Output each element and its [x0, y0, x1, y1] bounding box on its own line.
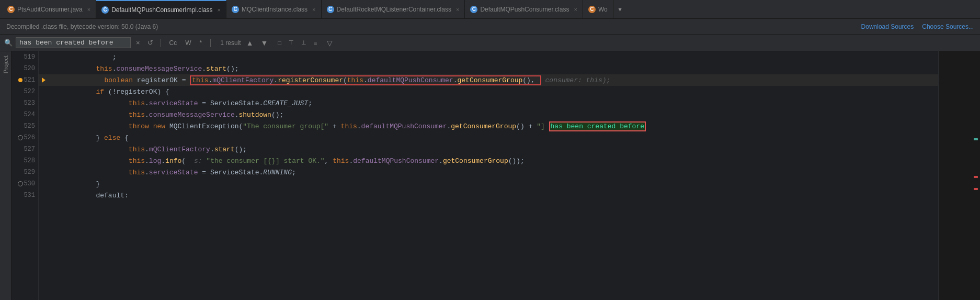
tab-label-mq-client: MQClientInstance.class [242, 6, 307, 13]
tab-close-default-push[interactable]: × [574, 6, 577, 13]
line-num-519: 519 [24, 53, 35, 61]
left-sidebar: Project [0, 51, 12, 300]
gutter-row-522: 522 [12, 86, 38, 97]
gutter-row-519: 519 [12, 51, 38, 63]
tab-mq-client[interactable]: C MQClientInstance.class × [226, 0, 321, 19]
code-content-527: this.mQClientFactory.start(); [43, 146, 247, 153]
search-align-button[interactable]: ≡ [311, 39, 320, 47]
search-result-highlight: has been created before [549, 121, 646, 131]
tab-close-rocket-listener[interactable]: × [456, 6, 459, 13]
search-options: Cc W * [166, 38, 206, 48]
info-bar-text: Decompiled .class file, bytecode version… [6, 23, 158, 30]
line-num-521: 521 [24, 76, 35, 84]
tab-rocket-listener[interactable]: C DefaultRocketMQListenerContainer.class… [322, 0, 465, 19]
info-bar-actions: Download Sources Choose Sources... [861, 23, 974, 30]
search-pin-button[interactable]: ⊤ [286, 38, 297, 47]
gutter-row-520: 520 [12, 63, 38, 74]
tab-overflow-button[interactable]: ▾ [613, 4, 627, 15]
search-option2-button[interactable]: ⊥ [299, 38, 309, 47]
tab-icon-pts-audit: C [7, 6, 15, 13]
line-num-528: 528 [24, 157, 35, 164]
gutter-row-525: 525 [12, 120, 38, 132]
download-sources-link[interactable]: Download Sources [861, 23, 914, 30]
code-line-530: } [39, 178, 938, 190]
tab-wo[interactable]: C Wo [583, 0, 613, 19]
tab-icon-rocket-listener: C [327, 6, 334, 13]
line-num-527: 527 [24, 146, 35, 153]
search-regex-button[interactable]: * [197, 38, 206, 48]
search-clear-button[interactable]: × [134, 38, 142, 48]
line-num-530: 530 [24, 180, 35, 187]
search-whole-word-button[interactable]: W [182, 38, 194, 48]
editor-area: Project 519 520 521 522 523 [0, 51, 980, 300]
code-content-520: this.consumeMessageService.start(); [43, 65, 239, 73]
search-bar: 🔍 × ↺ Cc W * 1 result ▲ ▼ □ ⊤ ⊥ ≡ ▽ [0, 35, 980, 51]
search-result-count: 1 result [220, 39, 241, 47]
code-line-520: this.consumeMessageService.start(); [39, 63, 938, 74]
line-num-522: 522 [24, 88, 35, 95]
search-refresh-button[interactable]: ↺ [145, 38, 155, 48]
bookmark-icon-526 [18, 135, 23, 140]
code-line-524: this.consumeMessageService.shutdown(); [39, 109, 938, 120]
tab-label-default-push: DefaultMQPushConsumer.class [480, 6, 569, 13]
bookmark-icon-530 [18, 181, 23, 186]
gutter-row-524: 524 [12, 109, 38, 120]
tab-pts-audit[interactable]: C PtsAuditConsumer.java × [2, 0, 96, 19]
code-line-523: this.serviceState = ServiceState.CREATE_… [39, 97, 938, 109]
code-content-528: this.log.info( s: "the consumer [{}] sta… [43, 157, 525, 165]
code-content-524: this.consumeMessageService.shutdown(); [43, 111, 283, 119]
tab-bar: C PtsAuditConsumer.java × C DefaultMQPus… [0, 0, 980, 19]
search-icon: 🔍 [4, 39, 13, 47]
choose-sources-link[interactable]: Choose Sources... [922, 23, 974, 30]
search-filter-button[interactable]: ▽ [325, 38, 335, 48]
line-num-524: 524 [24, 111, 35, 118]
gutter-row-530: 530 [12, 178, 38, 190]
sidebar-label[interactable]: Project [2, 53, 10, 75]
code-line-521: boolean registerOK = this.mQClientFactor… [39, 74, 938, 86]
tab-label-wo: Wo [598, 6, 608, 13]
code-line-528: this.log.info( s: "the consumer [{}] sta… [39, 155, 938, 166]
tab-icon-wo: C [588, 6, 596, 13]
code-content-521: boolean registerOK = this.mQClientFactor… [43, 76, 610, 84]
gutter-row-529: 529 [12, 166, 38, 178]
code-content-530: } [43, 180, 100, 188]
code-line-526: } else { [39, 132, 938, 143]
code-line-522: if (!registerOK) { [39, 86, 938, 97]
line-num-520: 520 [24, 65, 35, 72]
tab-default-mq-push[interactable]: C DefaultMQPushConsumerImpl.class × [96, 0, 226, 19]
code-line-527: this.mQClientFactory.start(); [39, 143, 938, 155]
tab-close-mq-client[interactable]: × [312, 6, 315, 13]
search-prev-button[interactable]: ▲ [244, 38, 256, 48]
code-line-529: this.serviceState = ServiceState.RUNNING… [39, 166, 938, 178]
code-content-529: this.serviceState = ServiceState.RUNNING… [43, 169, 296, 176]
search-match-case-button[interactable]: Cc [166, 38, 180, 48]
breakpoint-area-530 [17, 181, 24, 186]
search-next-button[interactable]: ▼ [258, 38, 270, 48]
search-input[interactable] [16, 37, 131, 48]
code-content-523: this.serviceState = ServiceState.CREATE_… [43, 99, 312, 107]
minimap-highlight-green [974, 138, 978, 140]
minimap[interactable] [938, 51, 980, 300]
line-number-gutter: 519 520 521 522 523 524 [12, 51, 39, 300]
code-content-519: ; [43, 53, 116, 61]
tab-default-push[interactable]: C DefaultMQPushConsumer.class × [465, 0, 583, 19]
line-num-526: 526 [24, 134, 35, 141]
gutter-row-527: 527 [12, 143, 38, 155]
execution-arrow-521 [42, 77, 45, 83]
breakpoint-dot-521 [18, 78, 22, 82]
search-separator-2 [210, 39, 211, 47]
code-line-531: default: [39, 190, 938, 201]
code-content-525: throw new MQClientException("The consume… [43, 123, 646, 130]
tab-close-default-mq[interactable]: × [218, 7, 221, 13]
code-content-526: } else { [43, 134, 129, 142]
gutter-row-521: 521 [12, 74, 38, 86]
tab-close-pts-audit[interactable]: × [87, 6, 90, 13]
breakpoint-area-521 [17, 78, 24, 82]
gutter-row-528: 528 [12, 155, 38, 166]
search-expand-button[interactable]: □ [275, 39, 284, 47]
code-content-522: if (!registerOK) { [43, 88, 169, 96]
code-area[interactable]: ; this.consumeMessageService.start(); bo… [39, 51, 938, 300]
gutter-row-523: 523 [12, 97, 38, 109]
tab-icon-mq-client: C [232, 6, 239, 13]
info-bar: Decompiled .class file, bytecode version… [0, 19, 980, 35]
